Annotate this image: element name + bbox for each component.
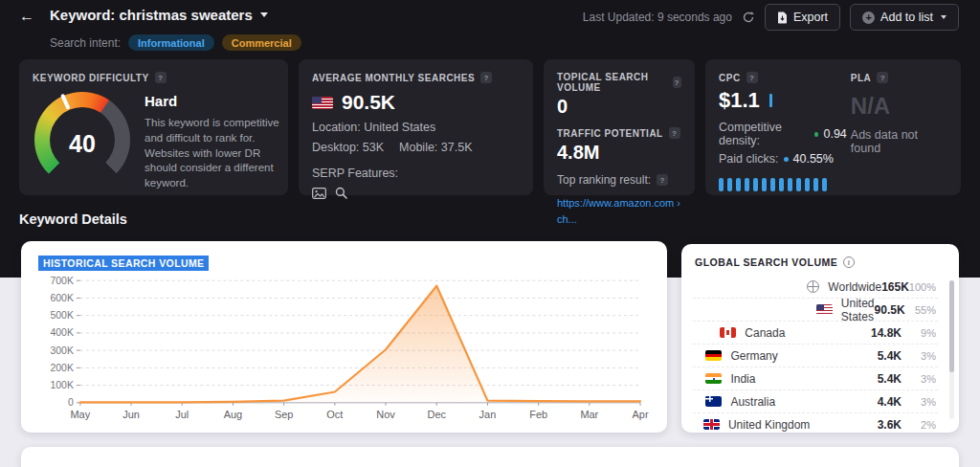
device-split-row: Desktop: 53K Mobile: 37.5K: [312, 141, 520, 154]
paid-clicks-bar: [762, 178, 767, 191]
country-row[interactable]: Worldwide165K100%: [693, 276, 938, 299]
us-flag-icon: [312, 97, 333, 109]
help-icon[interactable]: ?: [673, 77, 682, 88]
country-volume: 4.4K: [878, 395, 902, 409]
svg-text:Jun: Jun: [122, 409, 140, 420]
global-volume-rows: Worldwide165K100%United States90.5K55%Ca…: [693, 276, 938, 435]
traffic-potential-title: TRAFFIC POTENTIAL: [557, 128, 663, 139]
svg-text:Apr: Apr: [633, 409, 649, 420]
pla-title-row: PLA ?: [851, 72, 947, 83]
country-name: United Kingdom: [728, 418, 878, 432]
keyword-difficulty-title: KEYWORD DIFFICULTY: [33, 73, 149, 83]
flag-icon-us: [816, 304, 833, 315]
country-row[interactable]: Canada14.8K9%: [693, 322, 938, 345]
svg-text:Aug: Aug: [224, 409, 243, 420]
country-volume: 5.4K: [878, 372, 902, 386]
country-share-pct: 9%: [902, 327, 936, 339]
country-row[interactable]: United Kingdom3.6K2%: [693, 413, 938, 435]
scrollbar-thumb[interactable]: [949, 280, 954, 372]
location-text: Location: United States: [312, 121, 520, 134]
image-pack-icon[interactable]: [312, 188, 326, 199]
help-icon[interactable]: ?: [669, 127, 680, 139]
flag-icon-in: [705, 373, 722, 384]
info-icon[interactable]: i: [843, 256, 855, 268]
searches-value-row: 90.5K: [312, 91, 520, 114]
flag-icon-au: [705, 396, 722, 407]
keyword-difficulty-title-row: KEYWORD DIFFICULTY ?: [33, 72, 275, 83]
country-share-pct: 3%: [902, 350, 936, 362]
country-volume: 14.8K: [871, 326, 902, 340]
help-icon[interactable]: ?: [155, 72, 167, 83]
topical-title-row: TOPICAL SEARCH VOLUME ?: [557, 72, 681, 93]
intent-badges: InformationalCommercial: [128, 34, 301, 51]
help-icon[interactable]: ?: [657, 174, 668, 186]
top-ranking-link[interactable]: https://www.amazon.com › ch...: [557, 195, 683, 227]
country-row[interactable]: United States90.5K55%: [693, 299, 938, 322]
difficulty-value: 40: [69, 130, 96, 158]
top-ranking-label: Top ranking result:: [557, 173, 651, 187]
country-volume: 90.5K: [875, 303, 905, 317]
refresh-icon[interactable]: [742, 11, 755, 24]
search-icon[interactable]: [335, 187, 347, 199]
country-row[interactable]: India5.4K3%: [693, 367, 938, 390]
historical-chart-svg[interactable]: 0100K200K300K400K500K600K700KMayJunJulAu…: [36, 273, 652, 428]
add-to-list-button[interactable]: + Add to list: [850, 4, 959, 31]
gauge-needle: [60, 94, 71, 110]
searches-value: 90.5K: [342, 91, 395, 114]
country-name: Germany: [730, 349, 877, 363]
country-volume: 5.4K: [878, 349, 902, 363]
topical-volume-card: TOPICAL SEARCH VOLUME ? 0 TRAFFIC POTENT…: [544, 59, 695, 195]
searches-title: AVERAGE MONTHLY SEARCHES: [312, 73, 475, 83]
page-title: Keyword: christmas sweaters: [50, 7, 253, 23]
svg-text:Jan: Jan: [479, 409, 497, 420]
svg-text:Nov: Nov: [376, 409, 395, 420]
cpc-columns: CPC ? $1.1 Competitive density: 0.94 Pai…: [719, 72, 947, 191]
svg-text:Feb: Feb: [529, 409, 547, 420]
paid-clicks-dot-icon: [784, 157, 789, 162]
svg-text:Jul: Jul: [175, 409, 189, 420]
density-dot-icon: [814, 132, 818, 137]
back-arrow-icon[interactable]: ←: [19, 8, 34, 25]
export-button[interactable]: Export: [765, 4, 840, 31]
topical-value: 0: [557, 96, 681, 118]
top-ranking-label-row: Top ranking result: ?: [557, 173, 681, 187]
country-row[interactable]: Australia4.4K3%: [693, 390, 938, 413]
paid-clicks-bar: [745, 178, 749, 191]
svg-text:0: 0: [68, 397, 74, 408]
svg-text:May: May: [71, 409, 91, 420]
svg-text:400K: 400K: [50, 327, 73, 338]
globe-icon: [807, 280, 819, 293]
chevron-down-icon[interactable]: [260, 12, 268, 17]
help-icon[interactable]: ?: [746, 72, 758, 83]
page-title-row[interactable]: Keyword: christmas sweaters: [50, 7, 268, 23]
search-intent-label: Search intent:: [50, 36, 121, 50]
searches-title-row: AVERAGE MONTHLY SEARCHES ?: [312, 72, 520, 83]
paid-clicks-bar: [719, 178, 724, 191]
difficulty-level: Hard: [145, 93, 290, 109]
traffic-potential-value: 4.8M: [557, 142, 681, 164]
global-volume-header: GLOBAL SEARCH VOLUME i: [693, 255, 947, 276]
help-icon[interactable]: ?: [877, 72, 888, 83]
historical-search-volume-card: HISTORICAL SEARCH VOLUME 0100K200K300K40…: [21, 241, 667, 433]
difficulty-gauge: 40: [34, 92, 130, 188]
svg-text:100K: 100K: [50, 380, 73, 390]
historical-chart-title: HISTORICAL SEARCH VOLUME: [38, 256, 209, 271]
country-share-pct: 55%: [905, 304, 936, 316]
country-row[interactable]: Germany5.4K3%: [693, 345, 938, 367]
chevron-down-icon: [941, 15, 947, 19]
competitive-density-value: 0.94: [823, 127, 846, 141]
svg-text:Sep: Sep: [275, 409, 294, 420]
search-intent-row: Search intent: InformationalCommercial: [50, 34, 301, 51]
average-monthly-searches-card: AVERAGE MONTHLY SEARCHES ? 90.5K Locatio…: [299, 59, 533, 195]
difficulty-body: 40 Hard This keyword is competitive and …: [33, 89, 275, 191]
pla-title: PLA: [851, 73, 872, 83]
mobile-volume: Mobile: 37.5K: [399, 141, 472, 154]
svg-text:200K: 200K: [50, 363, 73, 373]
svg-text:600K: 600K: [50, 293, 73, 303]
paid-clicks-bar: [770, 178, 775, 191]
paid-clicks-bar: [796, 178, 801, 191]
traffic-potential-title-row: TRAFFIC POTENTIAL ?: [557, 127, 681, 139]
paid-clicks-bar: [788, 178, 792, 191]
help-icon[interactable]: ?: [480, 72, 492, 83]
cpc-trend-bar: [769, 94, 772, 107]
